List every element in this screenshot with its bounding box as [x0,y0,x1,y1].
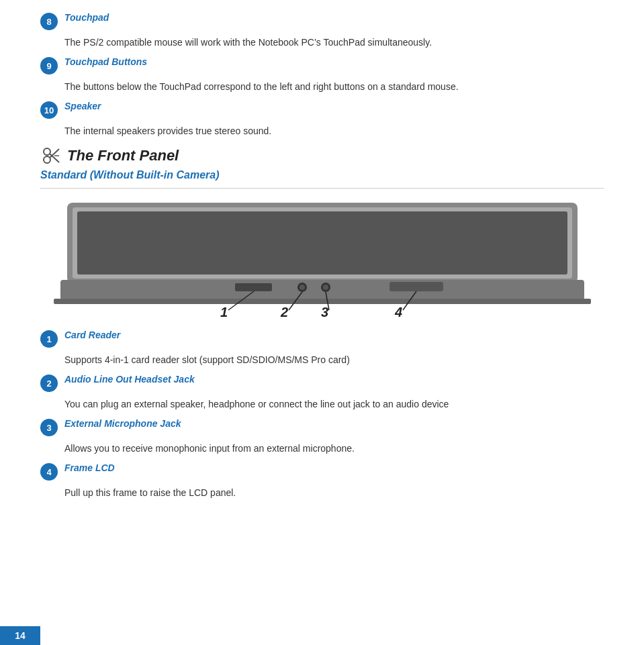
section-header-row: 2Audio Line Out Headset Jack [40,374,604,392]
front-panel-header: The Front Panel [40,145,604,166]
badge-9: 9 [40,57,58,75]
section-item: 10SpeakerThe internal speakers provides … [40,101,604,138]
section-item: 1Card ReaderSupports 4-in-1 card reader … [40,330,604,367]
section-header-row: 1Card Reader [40,330,604,348]
section-title: External Microphone Jack [64,418,181,429]
laptop-diagram: 1 2 3 4 [47,199,598,319]
section-header-row: 9Touchpad Buttons [40,56,604,75]
svg-point-0 [44,156,50,163]
section-item: 3External Microphone JackAllows you to r… [40,418,604,456]
section-desc: The internal speakers provides true ster… [64,124,604,138]
badge-4: 4 [40,463,58,481]
badge-2: 2 [40,375,58,392]
svg-rect-10 [235,283,272,291]
section-header-row: 3External Microphone Jack [40,418,604,436]
section-title: Audio Line Out Headset Jack [64,374,195,385]
section-title: Frame LCD [64,462,115,473]
section-header-row: 8Touchpad [40,12,604,30]
badge-10: 10 [40,101,58,119]
svg-rect-15 [389,282,443,291]
svg-point-1 [44,148,50,155]
svg-text:1: 1 [220,305,228,317]
section-desc: Allows you to receive monophonic input f… [64,442,604,456]
page-content: 8TouchpadThe PS/2 compatible mouse will … [0,0,644,534]
badge-3: 3 [40,419,58,436]
svg-rect-9 [54,299,591,304]
section-item: 4Frame LCDPull up this frame to raise th… [40,462,604,500]
section-title: Touchpad [64,12,109,23]
divider [40,188,604,189]
laptop-svg: 1 2 3 4 [47,199,598,317]
badge-1: 1 [40,330,58,348]
section-title: Card Reader [64,330,120,340]
svg-point-14 [323,285,328,290]
section-desc: You can plug an external speaker, headph… [64,397,604,411]
section-desc: Supports 4-in-1 card reader slot (suppor… [64,353,604,367]
section-desc: The PS/2 compatible mouse will work with… [64,36,604,50]
top-sections: 8TouchpadThe PS/2 compatible mouse will … [40,12,604,138]
section-header-row: 10Speaker [40,101,604,119]
badge-8: 8 [40,13,58,30]
section-title: Speaker [64,101,101,111]
svg-text:4: 4 [394,305,402,317]
section-desc: The buttons below the TouchPad correspon… [64,80,604,94]
section-item: 2Audio Line Out Headset JackYou can plug… [40,374,604,411]
svg-line-2 [50,149,59,158]
section-item: 8TouchpadThe PS/2 compatible mouse will … [40,12,604,50]
subtitle: Standard (Without Built-in Camera) [40,169,604,181]
section-desc: Pull up this frame to raise the LCD pane… [64,486,604,500]
svg-text:2: 2 [280,305,288,317]
svg-point-12 [300,285,305,290]
svg-text:3: 3 [321,305,328,317]
page-number: 14 [0,626,40,645]
scissors-icon [40,145,62,166]
svg-rect-7 [77,211,567,275]
svg-line-3 [50,154,59,162]
section-item: 9Touchpad ButtonsThe buttons below the T… [40,56,604,94]
section-title: Touchpad Buttons [64,56,147,67]
front-panel-title: The Front Panel [67,147,179,164]
section-header-row: 4Frame LCD [40,462,604,481]
bottom-sections: 1Card ReaderSupports 4-in-1 card reader … [40,330,604,500]
